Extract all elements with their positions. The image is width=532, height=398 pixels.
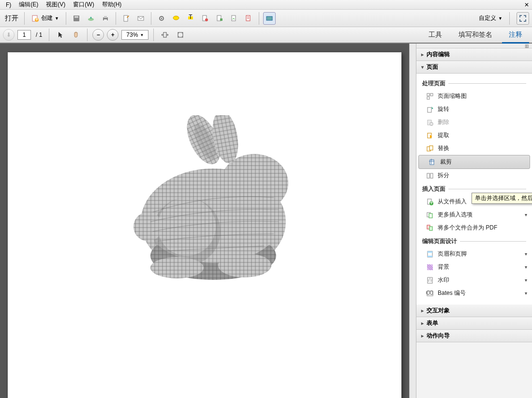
tab-fill-sign[interactable]: 填写和签名 <box>452 27 499 43</box>
item-extract[interactable]: 提取 <box>416 129 532 142</box>
item-more-insert[interactable]: 更多插入选项 ▾ <box>416 208 532 221</box>
section-content-edit[interactable]: ▸ 内容编辑 <box>416 48 532 61</box>
chevron-right-icon: ▸ <box>421 308 424 313</box>
fit-width-icon[interactable] <box>159 29 171 41</box>
pointer-icon[interactable] <box>54 29 67 41</box>
close-icon[interactable]: ✕ <box>523 1 530 8</box>
svg-rect-9 <box>124 15 128 21</box>
svg-rect-8 <box>104 19 107 21</box>
group-page-design: 编辑页面设计 <box>416 234 532 247</box>
customize-icon[interactable] <box>263 12 276 25</box>
fullscreen-icon[interactable] <box>517 12 529 25</box>
document-viewport[interactable] <box>0 44 409 398</box>
bates-icon: 0001 <box>426 290 434 297</box>
prev-view-icon[interactable]: ⬇ <box>3 29 15 41</box>
email-icon[interactable] <box>134 12 147 25</box>
sidebar-options-icon[interactable]: ▥ <box>416 44 532 48</box>
tools-sidebar: ▥ ▸ 内容编辑 ▾ 页面 处理页面 页面缩略图 旋转 删除 <box>416 44 532 398</box>
svg-point-13 <box>173 16 179 20</box>
svg-rect-44 <box>430 93 433 96</box>
chevron-down-icon: ▾ <box>525 251 527 257</box>
comment-icon[interactable] <box>170 12 182 25</box>
svg-rect-62 <box>429 227 432 230</box>
save-icon[interactable] <box>70 12 83 25</box>
item-bates[interactable]: 0001 Bates 编号 ▾ <box>416 287 532 300</box>
svg-rect-54 <box>427 173 429 178</box>
menu-file[interactable]: F) <box>2 0 15 9</box>
zoom-level-dropdown[interactable]: 73% ▼ <box>121 30 148 40</box>
print-icon[interactable] <box>99 12 112 25</box>
pages-panel-body: 处理页面 页面缩略图 旋转 删除 提取 替换 <box>416 74 532 305</box>
item-crop[interactable]: 裁剪 <box>418 155 530 169</box>
highlight-icon[interactable]: T <box>184 12 197 25</box>
section-label: 页面 <box>427 63 438 71</box>
item-label: 背景 <box>438 263 449 271</box>
custom-tools-dropdown[interactable]: 自定义 ▼ <box>476 14 505 22</box>
svg-rect-53 <box>430 160 434 165</box>
item-thumbnails[interactable]: 页面缩略图 <box>416 90 532 103</box>
item-header-footer[interactable]: 页眉和页脚 ▾ <box>416 247 532 260</box>
item-split[interactable]: 拆分 <box>416 169 532 182</box>
item-label: 更多插入选项 <box>438 211 473 219</box>
item-label: 删除 <box>438 118 449 126</box>
page-number-input[interactable] <box>17 30 31 40</box>
svg-rect-45 <box>427 97 429 99</box>
section-forms[interactable]: ▸ 表单 <box>416 317 532 330</box>
separator <box>24 12 25 25</box>
background-icon <box>426 263 434 271</box>
open-button[interactable]: 打开 <box>3 14 20 23</box>
menu-edit[interactable]: 编辑(E) <box>15 0 42 10</box>
hand-icon[interactable] <box>70 29 82 41</box>
edit-doc-icon[interactable] <box>120 12 133 25</box>
main-area: ▥ ▸ 内容编辑 ▾ 页面 处理页面 页面缩略图 旋转 删除 <box>0 44 532 398</box>
cloud-icon[interactable] <box>85 12 97 25</box>
item-label: 替换 <box>438 144 449 153</box>
vertical-scrollbar[interactable] <box>409 44 416 398</box>
svg-rect-43 <box>427 93 429 96</box>
more-insert-icon <box>426 211 434 219</box>
menu-view[interactable]: 视图(V) <box>42 0 69 10</box>
section-action-wizard[interactable]: ▸ 动作向导 <box>416 330 532 342</box>
section-pages[interactable]: ▾ 页面 <box>416 61 532 74</box>
menu-help[interactable]: 帮助(H) <box>98 0 126 10</box>
svg-rect-64 <box>428 251 432 253</box>
svg-point-41 <box>218 253 271 277</box>
separator <box>87 29 88 41</box>
item-background[interactable]: 背景 ▾ <box>416 260 532 274</box>
tab-tools[interactable]: 工具 <box>422 27 449 43</box>
item-combine-pdf[interactable]: 将多个文件合并为 PDF <box>416 221 532 234</box>
svg-rect-7 <box>104 16 107 18</box>
section-label: 交互对象 <box>427 306 450 315</box>
svg-rect-19 <box>220 18 222 21</box>
svg-point-12 <box>161 17 162 19</box>
section-interactive[interactable]: ▸ 交互对象 <box>416 305 532 317</box>
fit-page-icon[interactable] <box>174 29 187 41</box>
zoom-out-icon[interactable]: − <box>92 29 104 41</box>
menu-window[interactable]: 窗口(W) <box>69 0 98 10</box>
svg-point-42 <box>150 257 204 278</box>
zoom-in-icon[interactable]: + <box>107 29 118 41</box>
page-total-label: / 1 <box>34 31 44 38</box>
separator <box>151 12 151 25</box>
item-label: 裁剪 <box>440 158 452 166</box>
form-icon[interactable] <box>242 12 255 25</box>
item-label: 拆分 <box>438 171 449 180</box>
item-label: Bates 编号 <box>438 289 466 297</box>
separator <box>49 29 49 41</box>
separator <box>116 12 116 25</box>
create-label: 创建 <box>41 14 53 22</box>
sign-icon[interactable] <box>228 12 240 25</box>
chevron-down-icon: ▾ <box>525 291 527 296</box>
item-watermark[interactable]: W 水印 ▾ <box>416 274 532 287</box>
chevron-right-icon: ▸ <box>421 333 424 338</box>
item-rotate[interactable]: 旋转 <box>416 103 532 116</box>
attach-icon[interactable] <box>213 12 226 25</box>
item-replace[interactable]: 替换 <box>416 142 532 155</box>
svg-rect-46 <box>428 107 431 112</box>
tab-comment[interactable]: 注释 <box>502 27 529 44</box>
gear-icon[interactable] <box>155 12 168 25</box>
svg-rect-4 <box>74 16 78 18</box>
document-image-bunny <box>124 115 303 285</box>
create-button[interactable]: + 创建 ▼ <box>29 14 62 22</box>
stamp-icon[interactable] <box>199 12 211 25</box>
